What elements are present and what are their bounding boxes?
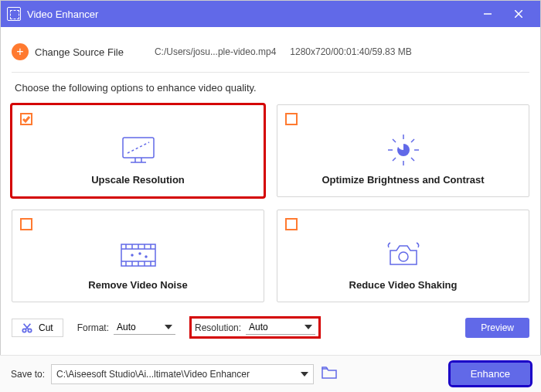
source-meta: 1280x720/00:01:40/59.83 MB: [290, 46, 411, 57]
svg-point-5: [145, 256, 147, 257]
card-brightness-label: Optimize Brightness and Contrast: [322, 174, 484, 186]
preview-button[interactable]: Preview: [465, 318, 529, 338]
format-value: Auto: [117, 322, 136, 332]
saveto-label: Save to:: [11, 369, 45, 380]
monitor-icon: [120, 134, 157, 166]
camera-icon: [385, 239, 422, 271]
checkbox-brightness[interactable]: [285, 113, 298, 125]
card-noise-label: Remove Video Noise: [88, 279, 187, 291]
cut-label: Cut: [39, 322, 53, 333]
format-label: Format:: [77, 322, 109, 333]
close-button[interactable]: [503, 1, 534, 27]
svg-rect-0: [123, 138, 154, 158]
cut-button[interactable]: Cut: [12, 319, 63, 337]
resolution-dropdown[interactable]: Auto: [246, 320, 315, 335]
caret-down-icon: [301, 372, 308, 377]
minimize-button[interactable]: [472, 1, 503, 27]
film-icon: [120, 239, 157, 271]
svg-point-7: [22, 329, 26, 332]
checkbox-shaking[interactable]: [285, 218, 298, 230]
source-row: + Change Source File C:/Users/josu...ple…: [12, 35, 529, 69]
enhance-button[interactable]: Enhance: [451, 363, 530, 385]
title-bar: Video Enhancer: [1, 1, 540, 27]
checkbox-noise[interactable]: [20, 218, 32, 230]
caret-down-icon: [305, 325, 312, 329]
card-upscale-resolution[interactable]: Upscale Resolution: [12, 104, 264, 197]
svg-point-3: [131, 254, 133, 256]
card-brightness-contrast[interactable]: Optimize Brightness and Contrast: [277, 104, 529, 197]
card-shaking-label: Reduce Video Shaking: [349, 279, 458, 291]
resolution-label: Resolution:: [195, 322, 241, 333]
card-reduce-shaking[interactable]: Reduce Video Shaking: [277, 210, 529, 302]
format-dropdown[interactable]: Auto: [114, 320, 175, 335]
caret-down-icon: [165, 325, 172, 329]
change-source-button[interactable]: + Change Source File: [12, 43, 124, 60]
window-title: Video Enhancer: [27, 9, 472, 20]
checkbox-upscale[interactable]: [20, 113, 32, 125]
svg-point-6: [399, 252, 408, 261]
sun-icon: [385, 134, 422, 166]
card-upscale-label: Upscale Resolution: [91, 174, 185, 186]
open-folder-button[interactable]: [322, 366, 337, 382]
source-path: C:/Users/josu...ple-video.mp4: [155, 46, 276, 57]
card-remove-noise[interactable]: Remove Video Noise: [12, 210, 264, 302]
svg-point-4: [139, 253, 141, 254]
divider: [12, 72, 529, 73]
app-icon: [7, 7, 21, 21]
saveto-path: C:\Aiseesoft Studio\Ai...ltimate\Video E…: [56, 369, 250, 380]
svg-point-8: [28, 329, 31, 332]
plus-icon: +: [12, 43, 29, 60]
saveto-dropdown[interactable]: C:\Aiseesoft Studio\Ai...ltimate\Video E…: [51, 364, 314, 384]
instruction-text: Choose the following options to enhance …: [15, 82, 529, 94]
change-source-label: Change Source File: [35, 46, 124, 58]
resolution-value: Auto: [249, 322, 268, 332]
